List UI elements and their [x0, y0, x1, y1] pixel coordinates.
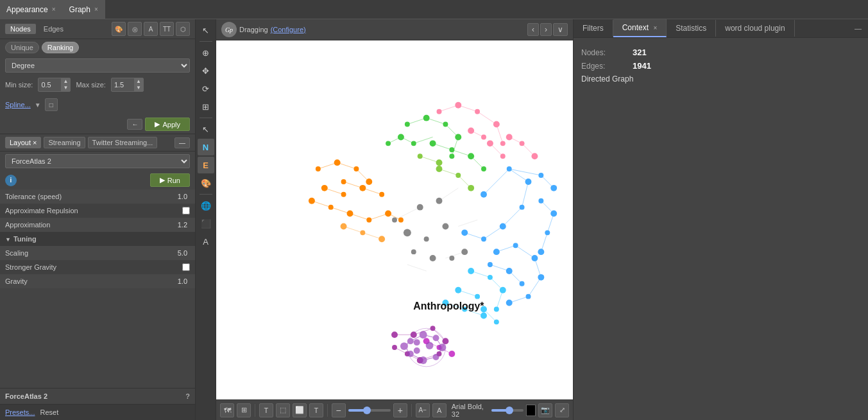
vt-cursor-btn[interactable]: ↖	[198, 22, 214, 39]
vt-select-btn[interactable]: ↖	[198, 121, 214, 137]
minsize-input[interactable]: ▲ ▼	[38, 78, 71, 92]
layout-tab-close[interactable]: ×	[33, 139, 37, 146]
edges-tab[interactable]: Edges	[38, 24, 69, 34]
svg-point-154	[411, 331, 417, 338]
run-icon: ▶	[160, 176, 165, 184]
bt-minus-icon[interactable]: −	[332, 403, 346, 417]
info-icon[interactable]: i	[5, 175, 17, 186]
vt-node-btn[interactable]: N	[198, 139, 214, 155]
svg-point-138	[353, 166, 359, 171]
nav-forward-btn[interactable]: ›	[540, 23, 552, 36]
svg-point-170	[442, 223, 448, 229]
vt-pan-btn[interactable]: ✥	[198, 62, 214, 79]
spline-icon[interactable]: □	[45, 98, 58, 111]
right-panel: Filters Context × Statistics word cloud …	[573, 19, 868, 420]
filters-tab[interactable]: Filters	[574, 20, 613, 37]
text-icon[interactable]: TT	[160, 22, 174, 36]
bt-plus-icon[interactable]: +	[393, 403, 407, 417]
help-icon[interactable]: ?	[185, 392, 190, 400]
stronger-gravity-checkbox[interactable]	[182, 263, 190, 271]
svg-point-128	[500, 141, 506, 146]
vt-edge-btn[interactable]: E	[198, 157, 214, 173]
appearance-tab[interactable]: Appearance ×	[0, 0, 63, 19]
minsize-up[interactable]: ▲	[61, 78, 70, 85]
streaming-tab[interactable]: Streaming	[44, 137, 85, 148]
svg-point-168	[392, 218, 397, 223]
maxsize-input[interactable]: ▲ ▼	[111, 78, 144, 92]
maxsize-field[interactable]	[112, 80, 134, 90]
context-tab-close[interactable]: ×	[653, 24, 657, 31]
bt-box-icon[interactable]: ⬚	[276, 403, 290, 417]
svg-point-80	[493, 249, 500, 255]
bt-camera-icon[interactable]: 📷	[538, 403, 552, 417]
svg-point-167	[436, 198, 443, 204]
bt-expand-icon[interactable]: ⤢	[555, 403, 569, 417]
unique-tab[interactable]: Unique	[5, 42, 39, 53]
color-picker[interactable]	[526, 405, 536, 416]
vt-globe-btn[interactable]: 🌐	[198, 197, 214, 214]
approx-repulsion-checkbox[interactable]	[182, 207, 190, 214]
svg-point-94	[494, 319, 499, 324]
context-tab[interactable]: Context ×	[613, 19, 667, 37]
presets-link[interactable]: Presets...	[5, 408, 35, 416]
spline-label[interactable]: Spline...	[5, 101, 31, 109]
maxsize-down[interactable]: ▼	[134, 85, 143, 91]
right-minimize-btn[interactable]: —	[848, 21, 868, 36]
degree-select[interactable]: Degree	[5, 58, 190, 73]
size-slider[interactable]	[348, 409, 391, 412]
font-slider[interactable]	[491, 409, 523, 412]
bt-font-icon[interactable]: A	[432, 403, 447, 417]
bt-font-minus-icon[interactable]: A−	[416, 403, 430, 417]
nav-menu-btn[interactable]: ∨	[553, 23, 568, 36]
svg-point-75	[507, 166, 512, 171]
appearance-tab-close[interactable]: ×	[52, 6, 56, 13]
left-arrow-btn[interactable]: ←	[127, 119, 142, 130]
nav-back-btn[interactable]: ‹	[527, 23, 539, 36]
filters-tab-label: Filters	[583, 24, 604, 33]
vt-zoom-btn[interactable]: ⊕	[198, 44, 214, 61]
filter-icon[interactable]: ▼	[35, 101, 41, 109]
vt-paint-btn[interactable]: 🎨	[198, 175, 214, 191]
color-icon[interactable]: 🎨	[112, 22, 126, 36]
minsize-spinners: ▲ ▼	[61, 78, 70, 91]
graph-tab-close[interactable]: ×	[94, 6, 98, 13]
layout-select-row: ForceAtlas 2	[0, 152, 195, 171]
bt-map-icon[interactable]: 🗺	[220, 403, 234, 417]
svg-point-110	[455, 134, 461, 140]
bt-empty-icon[interactable]: ⬜	[293, 403, 307, 417]
vt-reset-btn[interactable]: ⟳	[198, 80, 214, 97]
maxsize-up[interactable]: ▲	[134, 78, 143, 85]
statistics-tab[interactable]: Statistics	[667, 20, 716, 37]
bt-text-icon[interactable]: T	[259, 403, 273, 417]
configure-link[interactable]: (Configure)	[271, 26, 306, 33]
approximation-label: Approximation	[5, 221, 178, 229]
nodes-tab[interactable]: Nodes	[5, 24, 36, 34]
vt-fit-btn[interactable]: ⊞	[198, 98, 214, 115]
shape-icon[interactable]: ⬡	[176, 22, 190, 36]
layout-tab[interactable]: Layout ×	[5, 137, 41, 148]
params-table: Tolerance (speed) 1.0 Approximate Repuls…	[0, 189, 195, 388]
minsize-down[interactable]: ▼	[61, 85, 70, 91]
graph-tab[interactable]: Graph ×	[63, 0, 105, 19]
layout-algorithm-select[interactable]: ForceAtlas 2	[5, 154, 190, 168]
bt-grid-icon[interactable]: ⊞	[237, 403, 251, 417]
ranking-tab[interactable]: Ranking	[42, 42, 79, 53]
nodes-value: 321	[633, 48, 647, 57]
minsize-field[interactable]	[38, 80, 61, 90]
twitter-tab-label: Twitter Streaming...	[92, 139, 153, 146]
vt-square-btn[interactable]: ⬛	[198, 215, 214, 232]
wordcloud-tab[interactable]: word cloud plugin	[716, 20, 794, 37]
layout-collapse-btn[interactable]: —	[174, 137, 190, 148]
twitter-tab[interactable]: Twitter Streaming...	[88, 137, 158, 148]
svg-point-173	[449, 256, 454, 261]
svg-point-89	[468, 268, 474, 274]
run-button[interactable]: ▶ Run	[150, 173, 190, 187]
vt-text-btn[interactable]: A	[198, 233, 214, 250]
apply-button[interactable]: ▶ Apply	[145, 118, 190, 131]
bt-t2-icon[interactable]: T	[309, 403, 323, 417]
size-icon[interactable]: ◎	[128, 22, 142, 36]
label-icon[interactable]: A	[144, 22, 158, 36]
reset-button[interactable]: Reset	[40, 408, 58, 416]
svg-point-153	[379, 236, 385, 242]
graph-canvas[interactable]: Anthropology*	[216, 40, 573, 399]
